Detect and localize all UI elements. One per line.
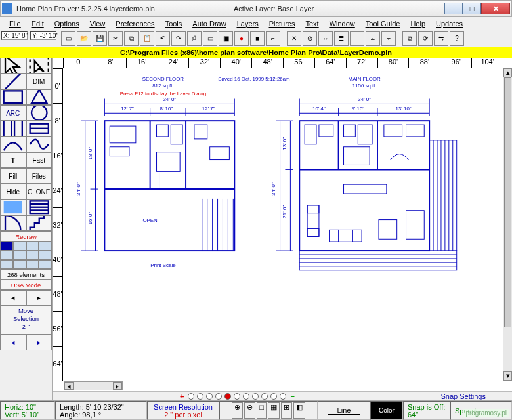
menu-tool-guide[interactable]: Tool Guide [360, 18, 406, 29]
tool-stairs[interactable] [26, 215, 53, 231]
svg-rect-103 [299, 251, 456, 270]
layers-button[interactable]: ≣ [334, 32, 349, 46]
flip-button[interactable]: ⇋ [434, 32, 448, 46]
snap-settings-link[interactable]: Snap Settings [441, 392, 513, 400]
svg-line-1 [4, 74, 22, 89]
menu-edit[interactable]: Edit [26, 18, 49, 29]
tool-pattern[interactable] [26, 200, 53, 215]
nudge-left[interactable]: ◄ [0, 335, 26, 350]
menu-auto-draw[interactable]: Auto Draw [187, 18, 231, 29]
snap-dot[interactable] [188, 393, 194, 400]
status-color-button[interactable]: Color [370, 401, 403, 420]
coord-x: X: 15' 8" [1, 32, 28, 40]
undo-button[interactable]: ↶ [156, 32, 170, 46]
tool-line[interactable] [0, 74, 26, 89]
new-button[interactable]: ▭ [61, 32, 75, 46]
tool-fast[interactable]: Fast [26, 152, 53, 168]
menu-tools[interactable]: Tools [160, 18, 188, 29]
color-palette[interactable] [0, 242, 52, 269]
svg-text:13' 0": 13' 0" [282, 137, 288, 150]
tool-window[interactable] [26, 121, 53, 136]
tool-fill[interactable]: Fill [0, 168, 26, 184]
status-length: Length: 5' 10 23/32" [60, 403, 142, 411]
marker-black-button[interactable]: ■ [250, 32, 265, 46]
tool-select[interactable] [26, 58, 53, 74]
snap-minus-icon[interactable]: − [290, 392, 294, 400]
redraw-button[interactable]: Redraw [0, 231, 52, 242]
mode-next[interactable]: ► [26, 290, 53, 306]
print-button[interactable]: ⎙ [187, 32, 202, 46]
svg-text:Print Scale: Print Scale [150, 262, 176, 268]
copy2-button[interactable]: ⧉ [402, 32, 417, 46]
tool-hide[interactable]: Hide [0, 184, 26, 200]
svg-rect-88 [307, 205, 319, 237]
marker-red-button[interactable]: ● [234, 32, 249, 46]
menu-pictures[interactable]: Pictures [264, 18, 301, 29]
rect-button[interactable]: ▭ [203, 32, 217, 46]
tool-curve2[interactable] [26, 136, 53, 152]
tool-door[interactable] [0, 215, 26, 231]
align2-button[interactable]: ⫟ [381, 32, 396, 46]
horizontal-scrollbar[interactable]: ◂▸ [64, 381, 123, 390]
svg-point-3 [32, 105, 47, 120]
door-button[interactable]: ⌐ [266, 32, 280, 46]
menu-text[interactable]: Text [300, 18, 324, 29]
delete-button[interactable]: ✕ [287, 32, 301, 46]
query-button[interactable]: ? [450, 32, 464, 46]
tool-files[interactable]: Files [26, 168, 53, 184]
status-zoom-tools[interactable]: ⊕ ⊖ □ ▦ ⊞ ◧ [219, 401, 318, 420]
menu-preferences[interactable]: Preferences [110, 18, 160, 29]
cut-button[interactable]: ✂ [108, 32, 123, 46]
svg-text:812 sq.ft.: 812 sq.ft. [152, 83, 174, 89]
vertical-scrollbar[interactable]: ▴▾ [503, 68, 512, 381]
svg-text:12' 7": 12' 7" [121, 106, 134, 112]
menu-file[interactable]: File [4, 18, 26, 29]
mode-prev[interactable]: ◄ [0, 290, 26, 306]
cancel-button[interactable]: ⊘ [303, 32, 317, 46]
select-button[interactable]: ▣ [219, 32, 233, 46]
menu-options[interactable]: Options [49, 18, 85, 29]
minimize-button[interactable]: ─ [444, 3, 463, 14]
svg-rect-45 [194, 125, 207, 139]
measure-button[interactable]: ↔ [318, 32, 333, 46]
center-button[interactable]: ⫠ [366, 32, 380, 46]
menu-updates[interactable]: Updates [431, 18, 468, 29]
tool-rect[interactable] [0, 89, 26, 105]
close-button[interactable]: ✕ [481, 3, 510, 14]
tool-dim[interactable]: DIM [26, 74, 53, 89]
tool-polygon[interactable] [26, 89, 53, 105]
move-selection-label[interactable]: Move Selection 2 " [0, 306, 52, 335]
menu-view[interactable]: View [85, 18, 111, 29]
copy-button[interactable]: ⧉ [124, 32, 139, 46]
svg-rect-95 [406, 211, 425, 240]
menu-help[interactable]: Help [405, 18, 431, 29]
tool-circle[interactable] [26, 105, 53, 121]
menu-window[interactable]: Window [324, 18, 360, 29]
title-bar: Home Plan Pro ver: 5.2.25.4 layerdemo.pl… [0, 0, 512, 17]
status-resolution: Screen Resolution [152, 403, 215, 411]
open-button[interactable]: 📂 [77, 32, 91, 46]
svg-rect-5 [14, 121, 22, 136]
paste-button[interactable]: 📋 [140, 32, 154, 46]
nudge-right[interactable]: ► [26, 335, 53, 350]
align-button[interactable]: ⫞ [350, 32, 364, 46]
tool-arrow[interactable] [0, 58, 26, 74]
menu-layers[interactable]: Layers [232, 18, 264, 29]
tool-curve[interactable] [0, 136, 26, 152]
redo-button[interactable]: ↷ [171, 32, 186, 46]
tool-arc[interactable]: ARC [0, 105, 26, 121]
status-angle: Angle: 98,1 ° [60, 411, 142, 419]
tool-text[interactable]: T [0, 152, 26, 168]
tool-clone[interactable]: CLONE [26, 184, 53, 200]
maximize-button[interactable]: □ [463, 3, 481, 14]
rotate-button[interactable]: ⟳ [418, 32, 433, 46]
svg-rect-93 [352, 230, 362, 242]
save-button[interactable]: 💾 [93, 32, 107, 46]
tool-wall[interactable] [0, 121, 26, 136]
drawing-area[interactable]: 0'8'16'24'32'40'48'56'64'72'80'88'96'104… [53, 58, 512, 400]
snap-plus-icon[interactable]: + [180, 392, 184, 400]
mode-label[interactable]: USA Mode [0, 280, 52, 290]
svg-text:18' 0": 18' 0" [87, 147, 93, 160]
tool-gradient[interactable] [0, 200, 26, 215]
menu-bar: FileEditOptionsViewPreferencesToolsAuto … [0, 17, 512, 30]
